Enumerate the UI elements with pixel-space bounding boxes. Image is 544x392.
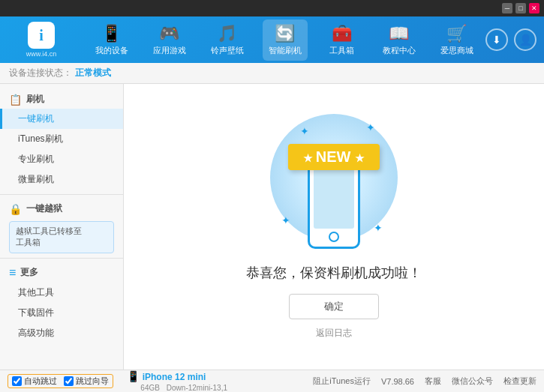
sidebar-section-flash: 📋 刷机 [0,90,123,109]
check-update-link[interactable]: 检查更新 [503,376,536,387]
my-device-label: 我的设备 [95,45,128,56]
sparkle-2: ✦ [366,121,375,133]
logo-icon: i [28,22,55,49]
divider-2 [0,258,123,259]
nav-item-toolbox[interactable]: 🧰 工具箱 [320,19,364,61]
more-section-icon: ≡ [9,266,16,280]
toolbox-icon: 🧰 [332,24,352,43]
divider-1 [0,194,123,195]
phone-illustration: ✦ ✦ ✦ ✦ NEW [259,114,409,249]
tutorials-icon: 📖 [389,24,409,43]
nav-item-tutorials[interactable]: 📖 教程中心 [377,19,422,61]
mall-icon: 🛒 [446,24,467,43]
auto-jump-label[interactable]: 自动跳过 [24,376,57,387]
main-content: 📋 刷机 一键刷机 iTunes刷机 专业刷机 微量刷机 🔒 一键越狱 越狱工具… [0,84,544,370]
sidebar-item-itunes-flash[interactable]: iTunes刷机 [0,129,123,149]
bottom-left: 自动跳过 跳过向导 📱 iPhone 12 mini 64GB Down-12m… [8,370,227,393]
sidebar-section-more: ≡ 更多 [0,263,123,283]
more-section-title: 更多 [20,266,38,279]
bottom-bar: 自动跳过 跳过向导 📱 iPhone 12 mini 64GB Down-12m… [0,370,544,392]
new-banner: NEW [288,144,380,170]
sidebar-jailbreak-note: 越狱工具已转移至工具箱 [9,221,114,253]
phone-body [308,159,360,249]
close-button[interactable]: ✕ [529,3,539,13]
sparkle-3: ✦ [281,214,290,226]
version-info: V7.98.66 [381,377,414,386]
nav-item-ringtones[interactable]: 🎵 铃声壁纸 [205,19,250,61]
ringtones-label: 铃声壁纸 [211,45,244,56]
central-content: ✦ ✦ ✦ ✦ NEW 恭喜您，保资料刷机成功啦！ 确定 返回日志 [124,84,544,370]
maximize-button[interactable]: □ [515,3,526,13]
flash-section-icon: 📋 [9,94,22,106]
skip-wizard-checkbox[interactable] [64,376,74,386]
sidebar-item-advanced[interactable]: 高级功能 [0,323,123,343]
itunes-status: 阻止iTunes运行 [313,376,371,387]
checkbox-group: 自动跳过 跳过向导 [8,374,113,388]
tutorials-label: 教程中心 [383,45,416,56]
sidebar-item-wipe-flash[interactable]: 微量刷机 [0,169,123,190]
wechat-link[interactable]: 微信公众号 [452,376,493,387]
nav-item-mall[interactable]: 🛒 爱思商城 [434,19,479,61]
customer-service-link[interactable]: 客服 [425,376,441,387]
device-storage: 64GB [140,384,160,392]
minimize-button[interactable]: ─ [502,3,512,13]
toolbox-label: 工具箱 [329,45,354,56]
nav-logo: i www.i4.cn [8,22,75,58]
auto-jump-checkbox[interactable] [12,376,22,386]
sparkle-4: ✦ [374,222,383,234]
phone-screen [314,169,354,229]
sidebar-item-download-firmware[interactable]: 下载固件 [0,303,123,323]
jailbreak-section-title: 一键越狱 [26,202,62,215]
nav-items: 📱 我的设备 🎮 应用游戏 🎵 铃声壁纸 🔄 智能刷机 🧰 工具箱 📖 教程中心… [83,19,485,61]
confirm-button[interactable]: 确定 [289,294,379,319]
nav-item-my-device[interactable]: 📱 我的设备 [89,19,134,61]
status-bar: 设备连接状态： 正常模式 [0,63,544,84]
skip-wizard-label[interactable]: 跳过向导 [76,376,109,387]
device-name: iPhone 12 mini [143,372,206,382]
nav-right-buttons: ⬇ 👤 [485,28,536,51]
sparkle-1: ✦ [300,125,309,137]
smart-flash-icon: 🔄 [275,24,295,43]
sidebar-item-other-tools[interactable]: 其他工具 [0,283,123,303]
device-icon: 📱 [127,370,140,382]
flash-section-title: 刷机 [26,93,44,106]
nav-item-smart-flash[interactable]: 🔄 智能刷机 [263,19,308,61]
bottom-right: 阻止iTunes运行 V7.98.66 客服 微信公众号 检查更新 [313,376,536,387]
success-title: 恭喜您，保资料刷机成功啦！ [246,264,422,282]
apps-games-label: 应用游戏 [153,45,186,56]
device-firmware: Down-12mini-13,1 [167,384,227,392]
nav-item-apps-games[interactable]: 🎮 应用游戏 [147,19,192,61]
sidebar-item-pro-flash[interactable]: 专业刷机 [0,149,123,169]
download-button[interactable]: ⬇ [485,28,508,51]
user-button[interactable]: 👤 [514,28,536,51]
apps-games-icon: 🎮 [159,24,179,43]
nav-bar: i www.i4.cn 📱 我的设备 🎮 应用游戏 🎵 铃声壁纸 🔄 智能刷机 … [0,16,544,63]
title-bar: ─ □ ✕ [0,0,544,16]
logo-url: www.i4.cn [26,50,57,58]
sidebar-item-one-click-flash[interactable]: 一键刷机 [0,109,123,129]
sidebar: 📋 刷机 一键刷机 iTunes刷机 专业刷机 微量刷机 🔒 一键越狱 越狱工具… [0,84,124,370]
back-link[interactable]: 返回日志 [316,327,352,340]
phone-home-button [329,232,339,242]
lock-icon: 🔒 [9,203,22,215]
ringtones-icon: 🎵 [217,24,237,43]
device-info: 📱 iPhone 12 mini 64GB Down-12mini-13,1 [127,370,227,393]
status-label: 设备连接状态： [9,67,72,79]
sidebar-section-jailbreak: 🔒 一键越狱 [0,199,123,218]
my-device-icon: 📱 [101,24,122,43]
status-value: 正常模式 [75,67,111,79]
mall-label: 爱思商城 [440,45,473,56]
smart-flash-label: 智能刷机 [269,45,302,56]
